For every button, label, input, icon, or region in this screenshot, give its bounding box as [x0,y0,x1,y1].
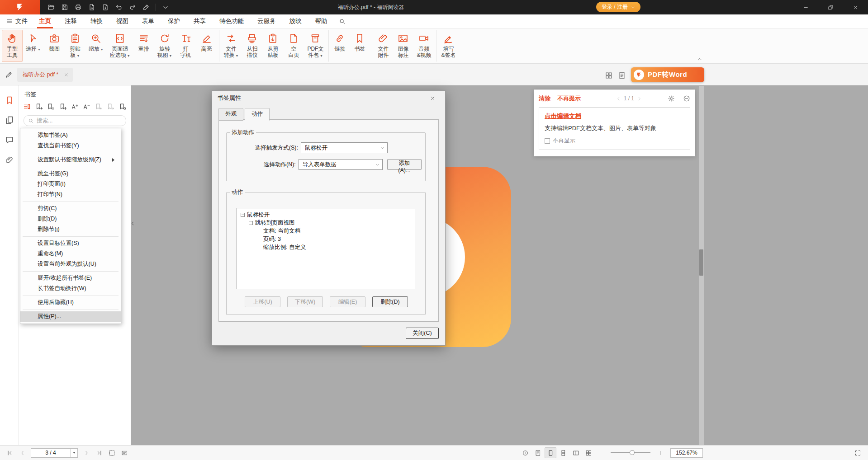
quick-access-button[interactable] [58,0,71,14]
zoom-level-box[interactable]: 152.67% [670,448,703,458]
quick-edit-button[interactable] [5,70,14,80]
next-tip-button[interactable] [636,96,642,102]
ribbon-tool[interactable]: 从剪 贴板 [262,30,283,62]
menu-tab[interactable]: 共享 [187,14,213,28]
dialog-close-button[interactable]: 关闭(C) [406,328,439,339]
action-select[interactable]: 导入表单数据 [299,159,383,170]
context-menu-item[interactable]: 长书签自动换行(W) [20,283,121,294]
trigger-select[interactable]: 鼠标松开 [301,142,388,153]
ribbon-tool[interactable]: 打 字机 [175,30,196,62]
ribbon-tool[interactable]: 选择 [23,30,44,62]
statusbar-tool-button-snapshot[interactable] [106,447,118,458]
ribbon-tool[interactable]: 高亮 [196,30,217,62]
collapse-ribbon-button[interactable] [697,56,704,62]
ribbon-tool[interactable]: 空 白页 [283,30,304,62]
close-button[interactable] [843,0,868,14]
file-menu-button[interactable]: 文件 [6,17,28,25]
context-menu-item[interactable]: 跳至书签(G) [20,169,121,179]
ribbon-tool[interactable]: 页面适 应选项 [107,30,133,62]
dialog-titlebar[interactable]: 书签属性 [212,91,445,105]
minimize-button[interactable] [793,0,818,14]
sidebar-tab-attachments[interactable] [4,155,15,165]
ribbon-tool[interactable]: 链接 [328,30,349,62]
view-mode-button-auto-scroll[interactable] [519,447,531,458]
ribbon-tool[interactable]: 手型 工具 [2,30,23,62]
action-button[interactable]: 下移(W) [287,296,323,307]
zoom-in-button[interactable] [654,447,666,458]
context-menu-item[interactable]: 设置当前外观为默认(U) [20,259,121,269]
foxit-logo[interactable] [0,0,40,14]
tree-item[interactable]: 鼠标松开 [237,211,415,219]
view-mode-button-reading-mode[interactable] [532,447,544,458]
bookmark-search-input[interactable] [37,117,116,124]
view-mode-button-facing-view[interactable] [570,447,582,458]
bookmark-tool-button-previous-bookmark[interactable] [94,102,104,112]
quick-access-button[interactable] [71,0,85,14]
login-button[interactable]: 登录 / 注册 [596,2,640,12]
ribbon-tool[interactable]: 缩放 [85,30,107,62]
bookmark-tool-button-promote-bookmark[interactable] [57,102,68,112]
context-menu-item[interactable]: 使用后隐藏(H) [20,297,121,308]
ribbon-tool[interactable]: 截图 [44,30,65,62]
quick-access-button[interactable] [85,0,99,14]
page-view-button[interactable] [618,70,628,80]
first-page-button[interactable] [4,447,15,458]
menu-tab[interactable]: 帮助 [308,14,334,28]
ribbon-tool[interactable]: 图像 标注 [393,30,413,62]
quick-access-button[interactable] [44,0,58,14]
context-menu-item[interactable]: 打印节(N) [20,189,121,200]
no-prompt-button[interactable]: 不再提示 [557,94,581,103]
ribbon-tool[interactable]: 文件 附件 [372,30,393,62]
bookmark-tool-button-font-increase[interactable] [70,102,80,112]
dialog-tab[interactable]: 外观 [218,108,243,121]
menu-tab[interactable]: 视图 [109,14,135,28]
context-menu-item[interactable]: 设置默认书签缩放级别(Z) [20,155,121,165]
zoom-slider[interactable] [611,452,650,453]
sidebar-tab-bookmarks[interactable] [4,95,15,106]
bookmark-tool-button-delete-bookmark[interactable] [46,102,56,112]
menu-tab[interactable]: 保护 [161,14,187,28]
thumbnail-view-button[interactable] [605,70,615,80]
quick-access-button[interactable] [126,0,139,14]
close-tab-button[interactable] [64,72,69,77]
tree-item[interactable]: 跳转到页面视图 [237,219,415,227]
view-mode-button-continuous-view[interactable] [557,447,569,458]
edit-tip-card[interactable]: 点击编辑文档 支持编辑PDF文档文本、图片、表单等对象 不再显示 [539,107,690,150]
menu-tab[interactable]: 转换 [84,14,109,28]
menu-tab[interactable]: 表单 [135,14,161,28]
menu-tab[interactable]: 云服务 [251,14,283,28]
vertical-scrollbar[interactable] [699,86,704,445]
last-page-button[interactable] [93,447,105,458]
page-number-box[interactable]: 3 / 4 [31,448,78,458]
context-menu-item[interactable]: 设置目标位置(S) [20,238,121,249]
next-page-button[interactable] [81,447,92,458]
context-menu-item[interactable]: 查找当前书签(Y) [20,141,121,151]
zoom-slider-thumb[interactable] [630,450,635,455]
context-menu-item[interactable]: 重命名(M) [20,249,121,259]
context-menu-item[interactable]: 删除(D) [20,214,121,224]
ribbon-tool[interactable]: 重排 [133,30,154,62]
restore-button[interactable] [818,0,843,14]
quick-access-button[interactable] [139,0,153,14]
bookmark-tool-button-next-bookmark[interactable] [105,102,116,112]
search-button[interactable] [336,15,349,28]
menu-tab[interactable]: 主页 [32,14,58,28]
action-button[interactable]: 上移(U) [245,296,280,307]
tree-item[interactable]: 缩放比例: 自定义 [237,243,415,251]
pdf-to-word-button[interactable]: PDF转Word [631,67,704,82]
view-mode-button-multi-page-view[interactable] [583,447,594,458]
context-menu-item[interactable]: 添加书签(A) [20,130,121,141]
document-tab[interactable]: 福昕办公.pdf * [17,68,73,82]
statusbar-tool-button-text-select[interactable] [119,447,130,458]
action-button[interactable]: 删除(D) [372,296,408,307]
clear-button[interactable]: 清除 [539,94,550,103]
zoom-out-button[interactable] [595,447,607,458]
bookmark-tool-button-bookmark-settings[interactable] [118,102,128,112]
view-mode-button-single-page-view[interactable] [545,447,556,458]
sidebar-tab-pages[interactable] [4,115,15,126]
ribbon-tool[interactable]: 填写 &签名 [436,30,459,62]
tree-expander-icon[interactable] [241,213,245,217]
add-action-button[interactable]: 添加(A)... [387,159,422,170]
quick-access-button[interactable] [112,0,126,14]
panel-collapse-handle[interactable] [130,217,136,230]
